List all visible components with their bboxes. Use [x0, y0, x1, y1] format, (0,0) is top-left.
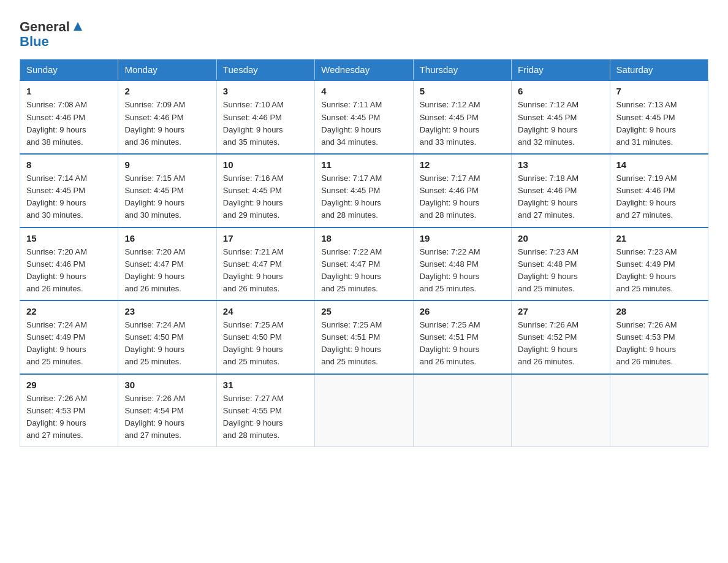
- day-number: 12: [420, 159, 505, 170]
- svg-marker-0: [74, 22, 82, 31]
- day-number: 16: [124, 233, 210, 243]
- day-info: Sunrise: 7:23 AMSunset: 4:48 PMDaylight:…: [518, 246, 603, 296]
- calendar-cell: 20 Sunrise: 7:23 AMSunset: 4:48 PMDaylig…: [512, 228, 610, 301]
- calendar-header-row: SundayMondayTuesdayWednesdayThursdayFrid…: [20, 59, 708, 81]
- day-number: 4: [321, 86, 406, 96]
- calendar-cell: [512, 374, 610, 447]
- day-info: Sunrise: 7:25 AMSunset: 4:51 PMDaylight:…: [420, 319, 505, 369]
- day-info: Sunrise: 7:27 AMSunset: 4:55 PMDaylight:…: [223, 393, 308, 442]
- day-info: Sunrise: 7:19 AMSunset: 4:46 PMDaylight:…: [616, 172, 702, 222]
- calendar-week-row: 8 Sunrise: 7:14 AMSunset: 4:45 PMDayligh…: [20, 154, 708, 228]
- calendar-cell: 30 Sunrise: 7:26 AMSunset: 4:54 PMDaylig…: [118, 374, 216, 447]
- day-number: 6: [518, 86, 603, 96]
- day-info: Sunrise: 7:23 AMSunset: 4:49 PMDaylight:…: [616, 246, 702, 296]
- day-number: 13: [518, 159, 603, 170]
- calendar-cell: 14 Sunrise: 7:19 AMSunset: 4:46 PMDaylig…: [610, 154, 708, 228]
- calendar-header-monday: Monday: [118, 59, 216, 81]
- day-info: Sunrise: 7:09 AMSunset: 4:46 PMDaylight:…: [124, 99, 210, 148]
- day-number: 22: [26, 306, 112, 316]
- calendar-cell: 27 Sunrise: 7:26 AMSunset: 4:52 PMDaylig…: [512, 301, 610, 374]
- day-number: 15: [26, 233, 112, 243]
- day-info: Sunrise: 7:20 AMSunset: 4:47 PMDaylight:…: [124, 246, 210, 296]
- calendar-cell: 5 Sunrise: 7:12 AMSunset: 4:45 PMDayligh…: [413, 80, 511, 154]
- calendar-cell: [610, 374, 708, 447]
- day-number: 21: [616, 233, 702, 243]
- calendar-cell: 25 Sunrise: 7:25 AMSunset: 4:51 PMDaylig…: [315, 301, 413, 374]
- calendar-cell: 24 Sunrise: 7:25 AMSunset: 4:50 PMDaylig…: [216, 301, 314, 374]
- calendar-cell: 23 Sunrise: 7:24 AMSunset: 4:50 PMDaylig…: [118, 301, 216, 374]
- calendar-header-friday: Friday: [512, 59, 610, 81]
- day-number: 28: [616, 306, 702, 316]
- day-number: 30: [124, 380, 210, 390]
- calendar-header-saturday: Saturday: [610, 59, 708, 81]
- calendar-cell: 15 Sunrise: 7:20 AMSunset: 4:46 PMDaylig…: [20, 228, 118, 301]
- day-info: Sunrise: 7:25 AMSunset: 4:51 PMDaylight:…: [321, 319, 406, 369]
- calendar-cell: 13 Sunrise: 7:18 AMSunset: 4:46 PMDaylig…: [512, 154, 610, 228]
- calendar-week-row: 1 Sunrise: 7:08 AMSunset: 4:46 PMDayligh…: [20, 80, 708, 154]
- day-info: Sunrise: 7:22 AMSunset: 4:48 PMDaylight:…: [420, 246, 505, 296]
- day-number: 29: [26, 380, 112, 390]
- calendar-cell: [413, 374, 511, 447]
- day-number: 1: [26, 86, 112, 96]
- page-header: General Blue: [20, 15, 708, 49]
- day-info: Sunrise: 7:17 AMSunset: 4:46 PMDaylight:…: [420, 172, 505, 222]
- calendar-header-sunday: Sunday: [20, 59, 118, 81]
- calendar-week-row: 15 Sunrise: 7:20 AMSunset: 4:46 PMDaylig…: [20, 228, 708, 301]
- calendar-week-row: 22 Sunrise: 7:24 AMSunset: 4:49 PMDaylig…: [20, 301, 708, 374]
- calendar-cell: 21 Sunrise: 7:23 AMSunset: 4:49 PMDaylig…: [610, 228, 708, 301]
- day-info: Sunrise: 7:26 AMSunset: 4:54 PMDaylight:…: [124, 393, 210, 442]
- day-info: Sunrise: 7:24 AMSunset: 4:49 PMDaylight:…: [26, 319, 112, 369]
- day-number: 31: [223, 380, 308, 390]
- day-info: Sunrise: 7:13 AMSunset: 4:45 PMDaylight:…: [616, 99, 702, 148]
- calendar-cell: 2 Sunrise: 7:09 AMSunset: 4:46 PMDayligh…: [118, 80, 216, 154]
- day-info: Sunrise: 7:22 AMSunset: 4:47 PMDaylight:…: [321, 246, 406, 296]
- day-number: 24: [223, 306, 308, 316]
- day-number: 26: [420, 306, 505, 316]
- day-number: 8: [26, 159, 112, 170]
- day-info: Sunrise: 7:16 AMSunset: 4:45 PMDaylight:…: [223, 172, 308, 222]
- day-number: 2: [124, 86, 210, 96]
- calendar-cell: 9 Sunrise: 7:15 AMSunset: 4:45 PMDayligh…: [118, 154, 216, 228]
- day-info: Sunrise: 7:24 AMSunset: 4:50 PMDaylight:…: [124, 319, 210, 369]
- day-info: Sunrise: 7:08 AMSunset: 4:46 PMDaylight:…: [26, 99, 112, 148]
- calendar-cell: 11 Sunrise: 7:17 AMSunset: 4:45 PMDaylig…: [315, 154, 413, 228]
- day-number: 7: [616, 86, 702, 96]
- day-info: Sunrise: 7:11 AMSunset: 4:45 PMDaylight:…: [321, 99, 406, 148]
- day-info: Sunrise: 7:20 AMSunset: 4:46 PMDaylight:…: [26, 246, 112, 296]
- calendar-header-thursday: Thursday: [413, 59, 511, 81]
- day-number: 10: [223, 159, 308, 170]
- calendar-table: SundayMondayTuesdayWednesdayThursdayFrid…: [20, 59, 708, 447]
- logo: General Blue: [20, 20, 85, 49]
- calendar-cell: 8 Sunrise: 7:14 AMSunset: 4:45 PMDayligh…: [20, 154, 118, 228]
- calendar-cell: 4 Sunrise: 7:11 AMSunset: 4:45 PMDayligh…: [315, 80, 413, 154]
- calendar-cell: 18 Sunrise: 7:22 AMSunset: 4:47 PMDaylig…: [315, 228, 413, 301]
- calendar-cell: 6 Sunrise: 7:12 AMSunset: 4:45 PMDayligh…: [512, 80, 610, 154]
- day-info: Sunrise: 7:12 AMSunset: 4:45 PMDaylight:…: [518, 99, 603, 148]
- calendar-header-wednesday: Wednesday: [315, 59, 413, 81]
- day-info: Sunrise: 7:15 AMSunset: 4:45 PMDaylight:…: [124, 172, 210, 222]
- day-number: 9: [124, 159, 210, 170]
- calendar-cell: 26 Sunrise: 7:25 AMSunset: 4:51 PMDaylig…: [413, 301, 511, 374]
- day-info: Sunrise: 7:17 AMSunset: 4:45 PMDaylight:…: [321, 172, 406, 222]
- day-number: 25: [321, 306, 406, 316]
- day-info: Sunrise: 7:26 AMSunset: 4:52 PMDaylight:…: [518, 319, 603, 369]
- day-info: Sunrise: 7:14 AMSunset: 4:45 PMDaylight:…: [26, 172, 112, 222]
- day-info: Sunrise: 7:21 AMSunset: 4:47 PMDaylight:…: [223, 246, 308, 296]
- logo-triangle-icon: [71, 20, 85, 33]
- calendar-cell: 7 Sunrise: 7:13 AMSunset: 4:45 PMDayligh…: [610, 80, 708, 154]
- day-info: Sunrise: 7:25 AMSunset: 4:50 PMDaylight:…: [223, 319, 308, 369]
- day-number: 14: [616, 159, 702, 170]
- calendar-cell: 16 Sunrise: 7:20 AMSunset: 4:47 PMDaylig…: [118, 228, 216, 301]
- calendar-cell: 22 Sunrise: 7:24 AMSunset: 4:49 PMDaylig…: [20, 301, 118, 374]
- calendar-cell: [315, 374, 413, 447]
- calendar-cell: 29 Sunrise: 7:26 AMSunset: 4:53 PMDaylig…: [20, 374, 118, 447]
- day-number: 5: [420, 86, 505, 96]
- calendar-cell: 3 Sunrise: 7:10 AMSunset: 4:46 PMDayligh…: [216, 80, 314, 154]
- calendar-cell: 10 Sunrise: 7:16 AMSunset: 4:45 PMDaylig…: [216, 154, 314, 228]
- day-info: Sunrise: 7:26 AMSunset: 4:53 PMDaylight:…: [616, 319, 702, 369]
- logo-general-text: General: [20, 20, 70, 34]
- day-number: 23: [124, 306, 210, 316]
- day-info: Sunrise: 7:10 AMSunset: 4:46 PMDaylight:…: [223, 99, 308, 148]
- day-number: 17: [223, 233, 308, 243]
- day-number: 18: [321, 233, 406, 243]
